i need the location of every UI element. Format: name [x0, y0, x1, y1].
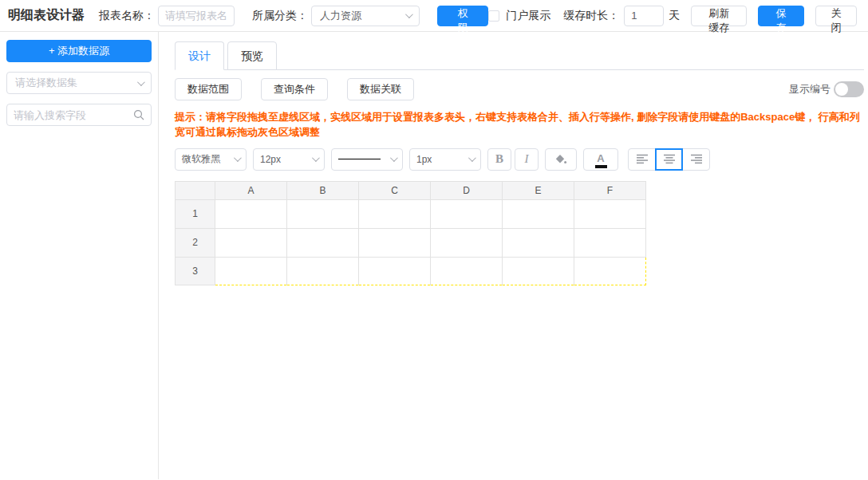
chevron-down-icon [234, 154, 242, 162]
grid-cell[interactable] [215, 199, 287, 228]
cache-duration-input[interactable] [624, 6, 664, 26]
chevron-down-icon [137, 78, 145, 86]
dataset-select-placeholder: 请选择数据集 [15, 76, 131, 90]
font-family-value: 微软雅黑 [182, 152, 227, 166]
grid-dropzone-cell[interactable] [574, 257, 646, 285]
datasource-sidebar: + 添加数据源 请选择数据集 [0, 32, 159, 479]
grid-row-3-dropzone: 3 [176, 257, 646, 285]
grid-cell[interactable] [574, 228, 646, 257]
font-color-icon: A [597, 153, 604, 163]
grid-col-header-a[interactable]: A [215, 181, 287, 199]
grid-cell[interactable] [503, 199, 574, 228]
align-center-icon [663, 154, 676, 164]
grid-cell[interactable] [503, 228, 574, 257]
add-datasource-label: 添加数据源 [57, 45, 109, 57]
fill-color-button[interactable] [545, 148, 577, 171]
report-name-label: 报表名称： [99, 9, 155, 23]
plus-icon: + [49, 45, 55, 57]
grid-dropzone-cell[interactable] [359, 257, 431, 285]
grid-cell[interactable] [287, 199, 359, 228]
font-color-button[interactable]: A [583, 148, 618, 171]
grid-dropzone-cell[interactable] [215, 257, 287, 285]
dataset-select[interactable]: 请选择数据集 [6, 72, 152, 94]
align-right-button[interactable] [682, 148, 710, 171]
grid-dropzone-cell[interactable] [431, 257, 503, 285]
design-grid-container: A B C D E F 1 2 [175, 181, 864, 285]
report-name-input[interactable] [158, 6, 235, 26]
grid-col-header-d[interactable]: D [431, 181, 503, 199]
category-select-value: 人力资源 [320, 9, 399, 23]
font-size-value: 12px [260, 154, 306, 165]
toggle-knob [835, 83, 848, 96]
chevron-down-icon [468, 154, 476, 162]
align-center-button[interactable] [655, 148, 683, 171]
border-style-select[interactable] [331, 148, 403, 171]
grid-col-header-f[interactable]: F [574, 181, 646, 199]
border-width-value: 1px [416, 154, 462, 165]
grid-cell[interactable] [359, 199, 431, 228]
italic-icon: I [525, 152, 529, 166]
format-toolbar: 微软雅黑 12px 1px B I [175, 148, 864, 171]
field-search-input[interactable] [14, 109, 133, 121]
permission-button[interactable]: 权限 [437, 6, 488, 26]
drag-hint-text: 提示：请将字段拖拽至虚线区域，实线区域用于设置报表多表头，右键支持表格合并、插入… [175, 110, 864, 140]
tab-design[interactable]: 设计 [175, 41, 224, 70]
chevron-down-icon [405, 10, 413, 18]
grid-dropzone-cell[interactable] [287, 257, 359, 285]
align-left-button[interactable] [628, 148, 656, 171]
grid-row-2: 2 [176, 228, 646, 257]
show-number-toggle[interactable] [834, 81, 864, 97]
grid-row-1: 1 [176, 199, 646, 228]
design-main: 设计 预览 数据范围 查询条件 数据关联 显示编号 提示：请将字段拖拽至虚线区域… [159, 32, 868, 479]
align-right-icon [690, 154, 703, 164]
field-search-box[interactable] [6, 104, 152, 126]
top-header: 明细表设计器 报表名称： 所属分类： 人力资源 权限 门户展示 缓存时长： 天 … [0, 0, 868, 32]
border-width-select[interactable]: 1px [409, 148, 481, 171]
cache-unit-label: 天 [669, 9, 680, 23]
font-family-select[interactable]: 微软雅黑 [175, 148, 247, 171]
grid-cell[interactable] [359, 228, 431, 257]
chevron-down-icon [390, 154, 398, 162]
chevron-down-icon [312, 154, 320, 162]
close-button[interactable]: 关闭 [815, 6, 857, 26]
grid-row-header-2[interactable]: 2 [176, 228, 215, 257]
header-right-group: 门户展示 缓存时长： 天 刷新缓存 保存 关闭 [488, 6, 857, 26]
grid-col-header-b[interactable]: B [287, 181, 359, 199]
grid-row-header-1[interactable]: 1 [176, 199, 215, 228]
grid-cell[interactable] [215, 228, 287, 257]
tab-preview[interactable]: 预览 [227, 41, 277, 70]
add-datasource-button[interactable]: + 添加数据源 [6, 40, 152, 62]
font-size-select[interactable]: 12px [253, 148, 325, 171]
font-color-swatch [595, 165, 607, 168]
save-button[interactable]: 保存 [758, 6, 804, 26]
data-range-button[interactable]: 数据范围 [175, 78, 242, 100]
data-relation-button[interactable]: 数据关联 [347, 78, 414, 100]
category-label: 所属分类： [252, 9, 308, 23]
border-style-preview [338, 159, 381, 159]
grid-dropzone-cell[interactable] [503, 257, 574, 285]
grid-col-header-c[interactable]: C [359, 181, 431, 199]
portal-display-label: 门户展示 [506, 9, 550, 23]
view-tabbar: 设计 预览 [175, 41, 864, 70]
show-number-label: 显示编号 [789, 82, 831, 96]
italic-button[interactable]: I [515, 148, 539, 171]
alignment-group [628, 148, 710, 171]
cache-duration-label: 缓存时长： [563, 9, 619, 23]
fill-color-icon [554, 154, 567, 165]
grid-header-row: A B C D E F [176, 181, 646, 199]
grid-corner-cell[interactable] [176, 181, 215, 199]
query-condition-button[interactable]: 查询条件 [261, 78, 328, 100]
grid-cell[interactable] [431, 199, 503, 228]
category-select[interactable]: 人力资源 [311, 6, 420, 26]
grid-cell[interactable] [574, 199, 646, 228]
align-left-icon [636, 154, 649, 164]
refresh-cache-button[interactable]: 刷新缓存 [691, 6, 747, 26]
app-title: 明细表设计器 [8, 7, 85, 24]
grid-cell[interactable] [287, 228, 359, 257]
grid-col-header-e[interactable]: E [503, 181, 574, 199]
grid-row-header-3[interactable]: 3 [176, 257, 215, 285]
grid-cell[interactable] [431, 228, 503, 257]
portal-display-checkbox[interactable] [488, 10, 499, 22]
bold-button[interactable]: B [487, 148, 511, 171]
actions-row: 数据范围 查询条件 数据关联 显示编号 [175, 78, 864, 100]
